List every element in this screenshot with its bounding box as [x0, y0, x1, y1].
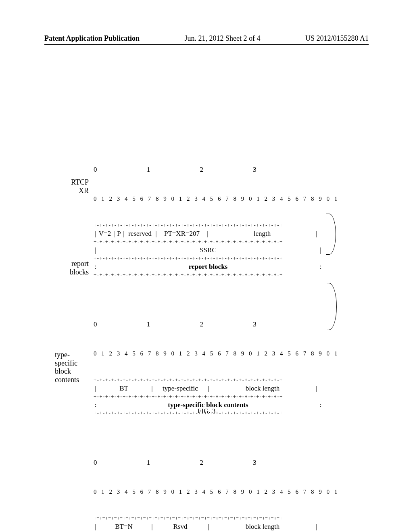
border: +=+=+=+=+=+=+=+=+=+=+=+=+=+=+=+=+=+=+=+=… [94, 516, 332, 521]
field-type-specific: type-specific [154, 383, 206, 395]
row-ssrc: | SSRC | [94, 245, 332, 256]
field-block-length: block length [211, 383, 315, 395]
field-length: length [210, 228, 315, 240]
side-label-text: RTCP XR [71, 178, 89, 195]
row-header-fields: | V=2| P| reserved| PT=XR=207| length| [94, 228, 332, 240]
side-label-rtcp-xr: RTCP XR [65, 178, 89, 195]
field-bt: BT [98, 383, 150, 395]
bit-scale: 0 1 2 3 4 5 6 7 8 9 0 1 2 3 4 5 6 7 8 9 … [94, 195, 332, 204]
page-header: Patent Application Publication Jun. 21, … [44, 34, 369, 45]
border: +-+-+-+-+-+-+-+-+-+-+-+-+-+-+-+-+-+-+-+-… [94, 240, 332, 245]
field-reserved: reserved [126, 228, 154, 240]
byte-scale: 0 1 2 3 0 1 2 3 4 5 6 7 8 9 0 1 2 3 4 5 … [94, 438, 332, 516]
border: +-+-+-+-+-+-+-+-+-+-+-+-+-+-+-+-+-+-+-+-… [94, 273, 332, 278]
side-label-text: type- specific block contents [55, 351, 79, 384]
block-report-blocks: 0 1 2 3 0 1 2 3 4 5 6 7 8 9 0 1 2 3 4 5 … [94, 300, 332, 416]
row-bt: | BT| type-specific| block length| [94, 383, 332, 395]
field-report-blocks: report blocks [98, 261, 319, 273]
byte-scale-top: 0 1 2 3 [94, 458, 332, 468]
border: +-+-+-+-+-+-+-+-+-+-+-+-+-+-+-+-+-+-+-+-… [94, 256, 332, 261]
byte-scale-top: 0 1 2 3 [94, 165, 332, 175]
header-left: Patent Application Publication [44, 34, 140, 43]
figure: 0 1 2 3 0 1 2 3 4 5 6 7 8 9 0 1 2 3 4 5 … [94, 145, 332, 532]
row-report-blocks: : report blocks : [94, 261, 332, 273]
field-ssrc: SSRC [98, 245, 319, 256]
field-rsvd-1: Rsvd [154, 521, 206, 532]
header-right: US 2012/0155280 A1 [305, 34, 369, 43]
field-v: V=2 [98, 228, 112, 240]
block-type-specific-contents: 0 1 2 3 0 1 2 3 4 5 6 7 8 9 0 1 2 3 4 5 … [94, 438, 332, 532]
block-rtcp-xr: 0 1 2 3 0 1 2 3 4 5 6 7 8 9 0 1 2 3 4 5 … [94, 145, 332, 278]
border: +-+-+-+-+-+-+-+-+-+-+-+-+-+-+-+-+-+-+-+-… [94, 395, 332, 399]
figure-caption: FIG. 3 [0, 407, 413, 415]
bit-scale: 0 1 2 3 4 5 6 7 8 9 0 1 2 3 4 5 6 7 8 9 … [94, 349, 332, 358]
byte-scale: 0 1 2 3 0 1 2 3 4 5 6 7 8 9 0 1 2 3 4 5 … [94, 145, 332, 223]
byte-scale: 0 1 2 3 0 1 2 3 4 5 6 7 8 9 0 1 2 3 4 5 … [94, 300, 332, 378]
border: +-+-+-+-+-+-+-+-+-+-+-+-+-+-+-+-+-+-+-+-… [94, 378, 332, 383]
row-btn: | BT=N| Rsvd| block length| [94, 521, 332, 532]
side-label-report-blocks: report blocks [63, 260, 89, 276]
side-label-type-specific: type- specific block contents [55, 351, 89, 384]
byte-scale-top: 0 1 2 3 [94, 320, 332, 330]
header-center: Jun. 21, 2012 Sheet 2 of 4 [185, 34, 261, 43]
bit-scale: 0 1 2 3 4 5 6 7 8 9 0 1 2 3 4 5 6 7 8 9 … [94, 488, 332, 497]
field-p: P [116, 228, 122, 240]
side-label-text: report blocks [70, 260, 89, 276]
field-pt: PT=XR=207 [158, 228, 206, 240]
field-block-length-2: block length [211, 521, 315, 532]
field-bt-n: BT=N [98, 521, 150, 532]
border: +-+-+-+-+-+-+-+-+-+-+-+-+-+-+-+-+-+-+-+-… [94, 223, 332, 228]
